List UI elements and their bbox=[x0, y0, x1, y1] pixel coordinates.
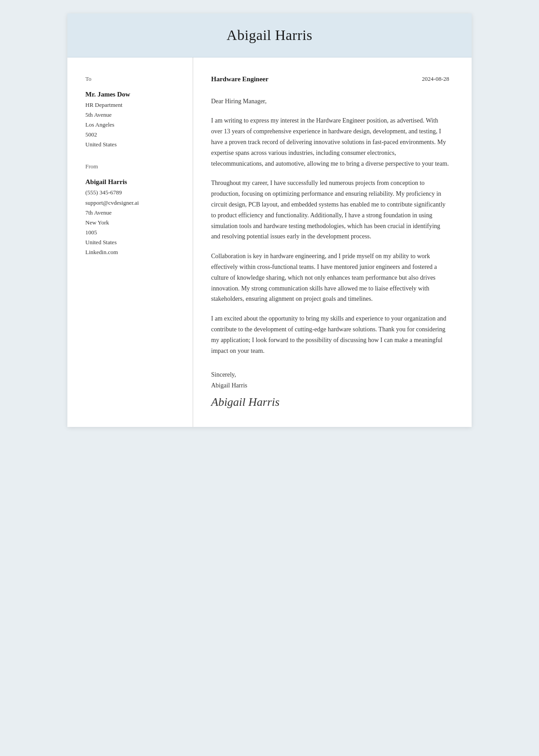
closing-name: Abigail Harris bbox=[211, 380, 449, 391]
header: Abigail Harris bbox=[67, 13, 472, 57]
recipient-line2: 5th Avenue bbox=[85, 110, 179, 120]
salutation: Dear Hiring Manager, bbox=[211, 97, 449, 106]
to-section: To Mr. James Dow HR Department 5th Avenu… bbox=[85, 75, 179, 149]
signature: Abigail Harris bbox=[211, 396, 449, 409]
from-label: From bbox=[85, 163, 179, 170]
sender-name: Abigail Harris bbox=[85, 178, 179, 186]
paragraph-1: I am writing to express my interest in t… bbox=[211, 115, 449, 169]
content-area: To Mr. James Dow HR Department 5th Avenu… bbox=[67, 57, 472, 427]
sender-email: support@cvdesigner.ai bbox=[85, 198, 179, 208]
paragraph-3: Collaboration is key in hardware enginee… bbox=[211, 251, 449, 304]
job-title: Hardware Engineer bbox=[211, 75, 269, 83]
right-column: Hardware Engineer 2024-08-28 Dear Hiring… bbox=[193, 57, 472, 427]
from-section: From Abigail Harris (555) 345-6789 suppo… bbox=[85, 163, 179, 257]
paragraph-4: I am excited about the opportunity to br… bbox=[211, 313, 449, 356]
recipient-name: Mr. James Dow bbox=[85, 91, 179, 98]
letter-header: Hardware Engineer 2024-08-28 bbox=[211, 75, 449, 83]
recipient-line5: United States bbox=[85, 140, 179, 149]
page-wrapper: Abigail Harris To Mr. James Dow HR Depar… bbox=[67, 13, 472, 427]
recipient-line1: HR Department bbox=[85, 100, 179, 110]
sender-phone: (555) 345-6789 bbox=[85, 188, 179, 198]
sender-country: United States bbox=[85, 237, 179, 247]
sender-city: New York bbox=[85, 218, 179, 228]
to-label: To bbox=[85, 75, 179, 83]
closing-word: Sincerely, bbox=[211, 369, 449, 380]
paragraph-2: Throughout my career, I have successfull… bbox=[211, 178, 449, 242]
recipient-line3: Los Angeles bbox=[85, 120, 179, 130]
letter-date: 2024-08-28 bbox=[422, 75, 449, 83]
sender-zip: 1005 bbox=[85, 228, 179, 237]
sender-linkedin: Linkedin.com bbox=[85, 247, 179, 257]
header-name: Abigail Harris bbox=[76, 27, 463, 44]
recipient-line4: 5002 bbox=[85, 130, 179, 140]
sender-street: 7th Avenue bbox=[85, 208, 179, 218]
closing: Sincerely, Abigail Harris bbox=[211, 369, 449, 391]
left-column: To Mr. James Dow HR Department 5th Avenu… bbox=[67, 57, 193, 427]
